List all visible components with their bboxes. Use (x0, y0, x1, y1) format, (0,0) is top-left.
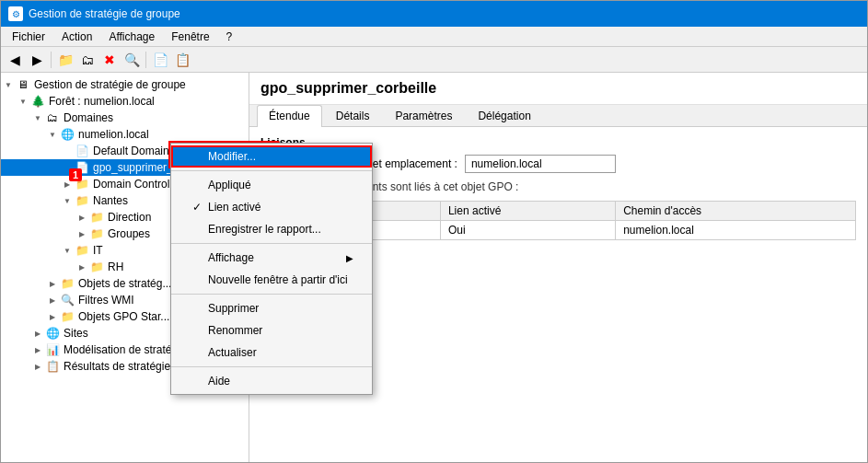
forward-button[interactable]: ▶ (27, 50, 47, 70)
title-bar: ⚙ Gestion de stratégie de groupe (1, 1, 867, 27)
root-icon: 🖥 (16, 77, 30, 92)
root-label: Gestion de stratégie de groupe (32, 78, 186, 91)
tree-numelion[interactable]: ▼ 🌐 numelion.local (1, 126, 249, 143)
doc-button[interactable]: 📄 (150, 50, 170, 70)
it-icon: 📁 (75, 243, 89, 258)
ctx-enregistrer[interactable]: Enregistrer le rapport... (171, 218, 372, 240)
sites-expander: ▶ (30, 326, 45, 341)
tab-parametres[interactable]: Paramètres (383, 105, 464, 126)
objets-expander: ▶ (45, 276, 60, 291)
folder-button[interactable]: 📁 (55, 50, 75, 70)
gpo-icon: 📄 (75, 160, 89, 175)
menu-fichier[interactable]: Fichier (5, 29, 52, 45)
groupes-label: Groupes (106, 227, 150, 240)
tree-forest[interactable]: ▼ 🌲 Forêt : numelion.local (1, 93, 249, 110)
direction-expander: ▶ (75, 210, 89, 225)
tab-etendue[interactable]: Étendue (257, 105, 322, 127)
it-expander: ▼ (60, 243, 75, 258)
ctx-actualiser-label: Actualiser (208, 346, 257, 359)
window-title: Gestion de stratégie de groupe (29, 7, 180, 20)
col-chemin: Chemin d'accès (616, 202, 856, 221)
panel-title: gpo_supprimer_corbeille (249, 73, 867, 105)
tabs-bar: Étendue Détails Paramètres Délégation (249, 105, 867, 127)
direction-label: Direction (106, 211, 151, 224)
filter-input[interactable] (465, 155, 616, 173)
direction-icon: 📁 (89, 210, 104, 225)
ctx-sep-2 (171, 243, 372, 244)
ctx-supprimer-label: Supprimer (208, 302, 259, 315)
rh-expander: ▶ (75, 260, 89, 274)
ctx-nouvelle-label: Nouvelle fenêtre à partir d'ici (208, 273, 348, 286)
app-icon: ⚙ (8, 6, 23, 21)
forest-label: Forêt : numelion.local (47, 95, 155, 108)
groupes-icon: 📁 (89, 226, 104, 241)
ctx-sep-3 (171, 294, 372, 295)
ctx-modifier[interactable]: Modifier... (171, 145, 372, 168)
main-area: ▼ 🖥 Gestion de stratégie de groupe ▼ 🌲 F… (1, 73, 867, 462)
ctx-renommer-label: Renommer (208, 324, 262, 337)
file-button[interactable]: 🗂 (77, 50, 98, 70)
it-label: IT (91, 244, 103, 257)
forest-icon: 🌲 (30, 94, 45, 109)
gpo-expander (60, 160, 75, 175)
forest-expander: ▼ (16, 94, 30, 109)
ctx-enregistrer-label: Enregistrer le rapport... (208, 223, 321, 236)
ctx-supprimer[interactable]: Supprimer (171, 297, 372, 319)
sites-icon: 🌐 (45, 326, 60, 341)
numelion-label: numelion.local (76, 128, 149, 141)
nantes-icon: 📁 (75, 193, 89, 208)
gpo-start-icon: 📁 (60, 309, 75, 324)
tree-root[interactable]: ▼ 🖥 Gestion de stratégie de groupe (1, 76, 249, 93)
menu-action[interactable]: Action (54, 29, 99, 45)
ctx-applique-label: Appliqué (208, 179, 251, 191)
domaines-expander: ▼ (30, 110, 45, 125)
filtres-expander: ▶ (45, 293, 60, 307)
menu-fenetre[interactable]: Fenêtre (164, 29, 216, 45)
search-button[interactable]: 🔍 (122, 50, 142, 70)
main-window: ⚙ Gestion de stratégie de groupe Fichier… (0, 0, 868, 463)
menu-affichage[interactable]: Affichage (101, 29, 162, 45)
gpo-start-expander: ▶ (45, 309, 60, 324)
ctx-aide[interactable]: Aide (171, 370, 372, 392)
nantes-expander: ▼ (60, 193, 75, 208)
ctx-aide-label: Aide (208, 375, 230, 388)
nantes-label: Nantes (91, 194, 128, 207)
menu-help[interactable]: ? (219, 29, 240, 45)
back-button[interactable]: ◀ (5, 50, 25, 70)
tab-details[interactable]: Détails (324, 105, 382, 126)
filtres-label: Filtres WMI (76, 294, 134, 307)
ctx-modifier-label: Modifier... (208, 150, 256, 163)
dc-label: Domain Control... (91, 178, 179, 191)
ctx-check-icon: ✓ (190, 201, 204, 214)
toolbar: ◀ ▶ 📁 🗂 ✖ 🔍 📄 📋 (1, 47, 867, 73)
list-button[interactable]: 📋 (172, 50, 192, 70)
toolbar-separator-1 (51, 52, 52, 68)
domaines-icon: 🗂 (45, 110, 60, 125)
ctx-arrow-icon: ▶ (346, 253, 353, 263)
model-expander: ▶ (30, 342, 45, 357)
objets-icon: 📁 (60, 276, 75, 291)
ctx-affichage[interactable]: Affichage ▶ (171, 247, 372, 269)
numelion-icon: 🌐 (60, 127, 75, 142)
ctx-applique[interactable]: Appliqué (171, 174, 372, 196)
root-expander: ▼ (1, 77, 16, 92)
tab-delegation[interactable]: Délégation (466, 105, 542, 126)
dc-expander: ▶ (60, 177, 75, 191)
ctx-sep-1 (171, 170, 372, 171)
ctx-lien-active[interactable]: ✓ Lien activé (171, 196, 372, 218)
ctx-renommer[interactable]: Renommer (171, 319, 372, 341)
gpo-start-label: Objets GPO Star... (76, 310, 169, 323)
ctx-nouvelle-fenetre[interactable]: Nouvelle fenêtre à partir d'ici (171, 269, 372, 291)
default-icon: 📄 (75, 144, 89, 158)
numelion-expander: ▼ (45, 127, 60, 142)
ctx-affichage-label: Affichage (208, 251, 254, 264)
ctx-sep-4 (171, 366, 372, 367)
sites-label: Sites (62, 327, 88, 340)
cell-chemin: numelion.local (616, 221, 856, 240)
tree-domaines[interactable]: ▼ 🗂 Domaines (1, 110, 249, 126)
cell-lien-active: Oui (440, 221, 615, 240)
domaines-label: Domaines (62, 111, 113, 124)
objets-label: Objets de stratég... (76, 277, 171, 290)
ctx-actualiser[interactable]: Actualiser (171, 341, 372, 364)
delete-button[interactable]: ✖ (99, 50, 120, 70)
